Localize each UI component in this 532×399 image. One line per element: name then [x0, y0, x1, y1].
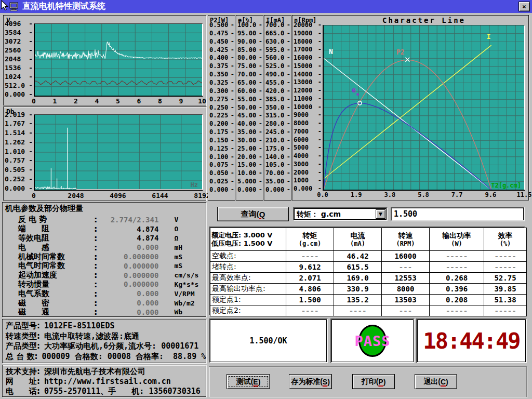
support-label: 技术支持:: [6, 367, 40, 377]
support-value: 深圳市先航电子技术有限公司: [44, 367, 145, 377]
table-cell: 2.071: [286, 273, 334, 284]
column-title: 输出功率: [431, 231, 483, 240]
motor-params-panel: 机电参数及部分物理量 反 电 势:2.774/2.341V端 阻:4.874Ω等…: [2, 202, 206, 317]
app-icon: [9, 2, 20, 11]
voltage-spec: 额定电压: 3.000 V: [211, 231, 285, 240]
n-scale-value: 3000: [294, 161, 322, 168]
param-unit: cm/s/s: [174, 271, 198, 279]
t2-x-tick: 3.8: [384, 191, 395, 198]
button-label: 存为标准(: [291, 377, 323, 387]
i-scale-value: 560.0: [265, 54, 290, 61]
n-scale-value: 5000: [294, 144, 322, 151]
n-scale-value: 18000: [294, 38, 322, 45]
p2-scale-value: 0.475: [209, 30, 234, 37]
v-y-tick: 1536: [5, 64, 33, 71]
table-cell: ---: [382, 305, 430, 316]
n-scale-value: 17000: [294, 46, 322, 53]
param-value: 0.000: [97, 243, 158, 251]
e-scale-value: 60.00: [237, 87, 262, 95]
column-unit: (RPM): [383, 240, 428, 247]
p2-scale-value: 0.375: [209, 62, 234, 70]
query-button-label: 查询(: [241, 209, 259, 219]
table-column-header: 转矩(g.cm): [286, 228, 334, 251]
param-row: 电气系数:0.000V/RPM: [6, 289, 204, 298]
e-scale-value: 70.00: [237, 71, 262, 78]
v-x-axis: 0124568910: [34, 97, 202, 104]
exit-button[interactable]: 退出(C): [415, 374, 457, 389]
db-x-tick: 2048: [68, 192, 84, 200]
param-label: 起动加速度: [18, 270, 94, 280]
table-cell: 330.9: [334, 284, 382, 295]
pass-indicator-box: PASS: [330, 318, 415, 363]
n-scale-value: 10000: [294, 103, 322, 111]
pass-text: PASS: [354, 333, 390, 349]
app-window: 直流电机特性测试系统 × V 4096358430722560204815361…: [0, 0, 532, 399]
param-row: 磁 密:0.000Wb/m2: [6, 298, 204, 308]
product-info-panel: 产品型号:1012FE-85110EDS转速类型:电流中取转速,滤波器:底通产品…: [2, 319, 206, 363]
test-button[interactable]: 测试(E): [227, 374, 270, 389]
param-row: 电 感:0.000mH: [6, 243, 204, 252]
e-scale-value: 40.00: [237, 120, 262, 127]
p2-scale-value: 0.500: [209, 21, 234, 29]
print-button[interactable]: 打印(P): [352, 374, 395, 389]
scale-column-e: e[%] 100.095.0090.0085.0080.0075.0070.00…: [236, 15, 263, 201]
v-x-tick: 6: [137, 97, 141, 105]
table-cell: ---: [382, 262, 430, 273]
p2-scale-value: 0.050: [209, 169, 234, 177]
table-row: 堵转点:9.612615.5-------------: [210, 262, 527, 273]
button-label: ): [327, 378, 330, 386]
query-value-field[interactable]: [391, 207, 525, 221]
i-scale-value: 665.0: [265, 30, 290, 37]
i-scale-value: 210.0: [265, 137, 290, 144]
support-line: 电 话:0755-2570111、手 机: 13560730316: [6, 387, 204, 396]
t2-x-tick: 11.5: [517, 191, 532, 198]
save-standard-button[interactable]: 存为标准(S): [289, 374, 332, 389]
product-line: 产品类型:大功率驱动电机,6分频,流水号: 00001671: [6, 341, 204, 351]
p2-scale-value: 0.000: [209, 186, 234, 193]
n-scale-value: 7000: [294, 128, 322, 135]
p2-scale-value: 0.275: [209, 96, 234, 103]
v-y-axis: 4096358430722560204815361024512.00.000: [4, 23, 33, 94]
param-unit: V/RPM: [174, 290, 194, 298]
table-cell: 9.612: [286, 262, 334, 273]
db-spectrum-panel: Db 2.0191.7671.5141.2621.0100.7570.5050.…: [3, 107, 206, 201]
dropdown-arrow-icon[interactable]: ▼: [376, 209, 385, 219]
table-cell: -----: [430, 305, 484, 316]
torque-unit-dropdown[interactable]: 转矩： g.cm ▼: [293, 207, 388, 221]
param-unit: mS: [174, 262, 182, 270]
column-title: 转矩: [287, 231, 332, 240]
v-x-tick: 10: [198, 97, 206, 105]
column-unit: (W): [431, 240, 483, 247]
param-value: 4.874: [97, 234, 158, 242]
param-label: 等效电阻: [18, 233, 94, 243]
i-scale-value: 490.0: [265, 71, 290, 78]
param-label: 磁 密: [18, 298, 94, 308]
param-unit: Wb/m2: [174, 299, 194, 307]
t2-x-tick: 0.0: [317, 191, 328, 198]
e-scale-value: 0.000: [237, 186, 262, 193]
p2-scale-value: 0.350: [209, 71, 234, 78]
p2-scale-value: 0.300: [209, 87, 234, 95]
scale-column-i: I[mA] 700.0665.0630.0595.0560.0525.0490.…: [264, 15, 291, 201]
e-scale-value: 30.00: [237, 137, 262, 144]
results-table: 额定电压: 3.000 V低压电压: 1.500 V转矩(g.cm)电流(mA)…: [209, 227, 525, 316]
e-scale-value: 65.00: [237, 79, 262, 86]
close-button[interactable]: ×: [518, 2, 530, 11]
param-row: 端 阻:4.874Ω: [6, 224, 204, 234]
p2-scale-value: 0.450: [209, 38, 234, 45]
params-list: 反 电 势:2.774/2.341V端 阻:4.874Ω等效电阻:4.874Ω电…: [6, 215, 204, 315]
i-scale-value: 175.0: [265, 145, 290, 152]
param-unit: mS: [174, 253, 182, 261]
query-button[interactable]: 查询(Q: [217, 207, 289, 221]
n-scale-value: 1000: [294, 177, 322, 184]
table-cell: 51.38: [484, 295, 527, 305]
params-title: 机电参数及部分物理量: [5, 204, 83, 214]
i-scale-value: 105.0: [265, 161, 290, 168]
voltage-spec: 低压电压: 1.500 V: [211, 240, 285, 248]
query-value-input[interactable]: [394, 208, 522, 220]
db-x-tick: 0: [32, 192, 36, 200]
e-scale-value: 75.00: [237, 62, 262, 70]
support-value: 0755-2570111、手 机: 13560730316: [44, 387, 201, 396]
title-bar[interactable]: 直流电机特性测试系统 ×: [0, 0, 532, 13]
button-hotkey: S: [323, 378, 327, 386]
